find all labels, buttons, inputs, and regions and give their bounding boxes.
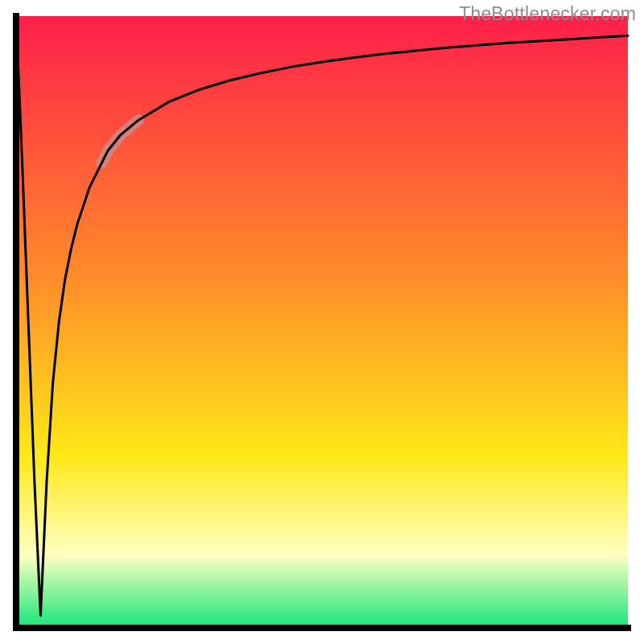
- chart-svg: [0, 0, 644, 644]
- plot-background: [16, 16, 628, 628]
- y-axis: [13, 13, 19, 631]
- attribution-text: TheBottlenecker.com: [459, 3, 636, 25]
- chart-root: TheBottlenecker.com: [0, 0, 644, 644]
- x-axis: [13, 625, 631, 631]
